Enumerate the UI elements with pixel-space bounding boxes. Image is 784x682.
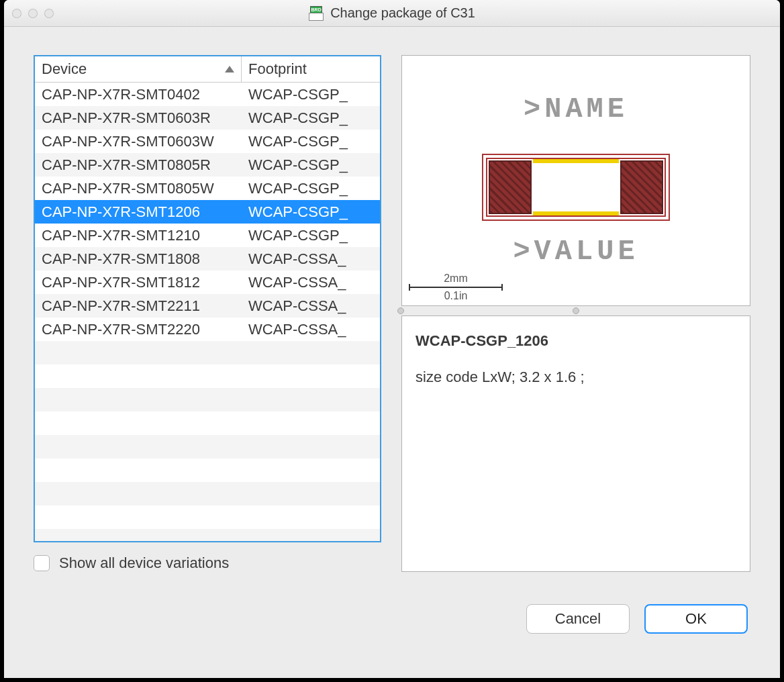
footprint-preview[interactable]: >NAME >VALUE 2mm [401, 55, 750, 306]
device-cell: CAP-NP-X7R-SMT0603R [35, 109, 242, 127]
scale-mm: 2mm [444, 273, 468, 284]
title-wrap: BRD Change package of C31 [4, 5, 780, 21]
table-row[interactable]: CAP-NP-X7R-SMT0805RWCAP-CSGP_ [35, 153, 380, 177]
ok-button[interactable]: OK [644, 604, 748, 634]
description-panel: WCAP-CSGP_1206 size code LxW; 3.2 x 1.6 … [401, 315, 750, 572]
titlebar: BRD Change package of C31 [4, 0, 780, 27]
table-row[interactable]: CAP-NP-X7R-SMT1206WCAP-CSGP_ [35, 200, 380, 224]
table-row[interactable]: CAP-NP-X7R-SMT0603RWCAP-CSGP_ [35, 106, 380, 130]
empty-row [35, 388, 380, 411]
preview-name-placeholder: >NAME [448, 93, 703, 126]
footprint-cell: WCAP-CSGP_ [242, 86, 380, 103]
device-cell: CAP-NP-X7R-SMT1206 [35, 203, 242, 221]
scale-in: 0.1in [444, 291, 468, 301]
table-row[interactable]: CAP-NP-X7R-SMT1210WCAP-CSGP_ [35, 224, 380, 247]
window-title: Change package of C31 [330, 5, 475, 21]
vertical-splitter[interactable] [401, 306, 750, 315]
empty-row [35, 435, 380, 458]
footprint-cell: WCAP-CSSA_ [242, 297, 380, 315]
device-cell: CAP-NP-X7R-SMT1812 [35, 274, 242, 291]
footprint-cell: WCAP-CSGP_ [242, 203, 380, 221]
device-cell: CAP-NP-X7R-SMT2211 [35, 297, 242, 315]
preview-component [482, 154, 670, 221]
list-header: Device Footprint [35, 56, 380, 83]
description-body: size code LxW; 3.2 x 1.6 ; [415, 369, 736, 386]
table-row[interactable]: CAP-NP-X7R-SMT1808WCAP-CSSA_ [35, 247, 380, 271]
empty-row [35, 505, 380, 529]
column-header-footprint[interactable]: Footprint [242, 56, 380, 82]
pad-right [620, 160, 663, 214]
column-header-device[interactable]: Device [35, 56, 242, 82]
device-cell: CAP-NP-X7R-SMT0805W [35, 180, 242, 197]
dialog-window: BRD Change package of C31 Device Footpri… [4, 0, 780, 678]
footprint-cell: WCAP-CSSA_ [242, 250, 380, 268]
show-all-variations-row: Show all device variations [34, 554, 381, 572]
footprint-cell: WCAP-CSSA_ [242, 321, 380, 338]
zoom-window-button[interactable] [44, 9, 54, 18]
footprint-cell: WCAP-CSGP_ [242, 180, 380, 197]
show-all-variations-label: Show all device variations [59, 554, 229, 572]
table-row[interactable]: CAP-NP-X7R-SMT0402WCAP-CSGP_ [35, 83, 380, 106]
table-row[interactable]: CAP-NP-X7R-SMT0805WWCAP-CSGP_ [35, 177, 380, 200]
show-all-variations-checkbox[interactable] [34, 555, 50, 571]
footprint-cell: WCAP-CSGP_ [242, 109, 380, 127]
footprint-cell: WCAP-CSGP_ [242, 227, 380, 244]
device-cell: CAP-NP-X7R-SMT0603W [35, 133, 242, 150]
table-row[interactable]: CAP-NP-X7R-SMT0603WWCAP-CSGP_ [35, 130, 380, 153]
footprint-cell: WCAP-CSSA_ [242, 274, 380, 291]
empty-row [35, 458, 380, 482]
device-cell: CAP-NP-X7R-SMT1808 [35, 250, 242, 268]
dialog-content: Device Footprint CAP-NP-X7R-SMT0402WCAP-… [4, 27, 780, 678]
right-panel: >NAME >VALUE 2mm [401, 55, 750, 572]
cancel-button[interactable]: Cancel [526, 604, 630, 634]
table-row[interactable]: CAP-NP-X7R-SMT1812WCAP-CSSA_ [35, 271, 380, 294]
column-header-device-label: Device [42, 60, 87, 78]
preview-value-placeholder: >VALUE [448, 236, 703, 268]
column-header-footprint-label: Footprint [248, 60, 307, 77]
empty-row [35, 341, 380, 364]
table-row[interactable]: CAP-NP-X7R-SMT2211WCAP-CSSA_ [35, 294, 380, 318]
traffic-lights [12, 9, 54, 18]
button-row: Cancel OK [34, 604, 750, 634]
empty-row [35, 529, 380, 541]
empty-row [35, 411, 380, 435]
device-cell: CAP-NP-X7R-SMT0805R [35, 156, 242, 174]
scale-indicator: 2mm 0.1in [409, 296, 503, 301]
footprint-cell: WCAP-CSGP_ [242, 133, 380, 150]
device-list[interactable]: Device Footprint CAP-NP-X7R-SMT0402WCAP-… [34, 55, 381, 542]
sort-ascending-icon [225, 66, 234, 72]
footprint-cell: WCAP-CSGP_ [242, 156, 380, 174]
left-panel: Device Footprint CAP-NP-X7R-SMT0402WCAP-… [34, 55, 381, 572]
brd-file-icon: BRD [309, 6, 324, 21]
table-row[interactable]: CAP-NP-X7R-SMT2220WCAP-CSSA_ [35, 318, 380, 341]
close-window-button[interactable] [12, 9, 21, 18]
minimize-window-button[interactable] [28, 9, 38, 18]
device-cell: CAP-NP-X7R-SMT2220 [35, 321, 242, 338]
list-body: CAP-NP-X7R-SMT0402WCAP-CSGP_CAP-NP-X7R-S… [35, 83, 380, 541]
device-cell: CAP-NP-X7R-SMT1210 [35, 227, 242, 244]
pad-left [489, 160, 532, 214]
empty-row [35, 482, 380, 505]
empty-row [35, 364, 380, 388]
device-cell: CAP-NP-X7R-SMT0402 [35, 86, 242, 103]
description-title: WCAP-CSGP_1206 [415, 332, 736, 350]
